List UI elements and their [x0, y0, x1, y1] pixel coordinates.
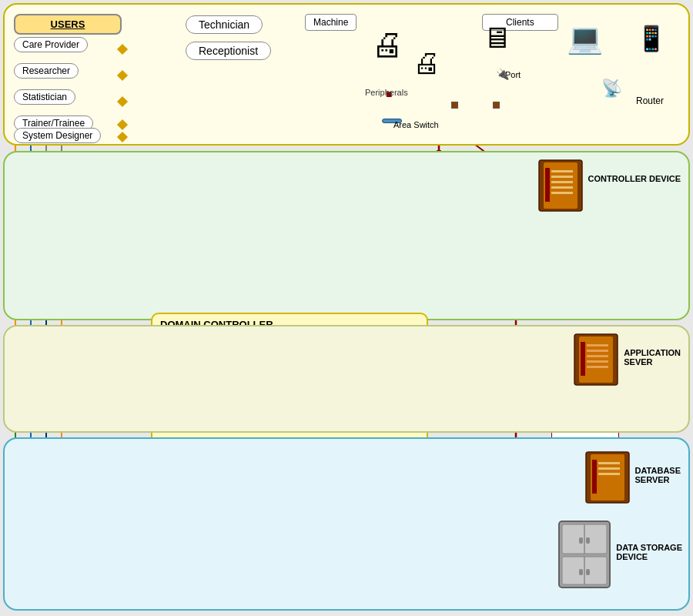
user-researcher: Researcher	[14, 63, 79, 79]
switch-connector2	[493, 102, 500, 109]
tablet-icon: 📱	[636, 24, 667, 53]
connector-trainer	[117, 119, 128, 130]
svg-rect-65	[587, 355, 608, 357]
svg-rect-64	[587, 350, 608, 352]
scanner-icon: 🖨	[371, 26, 403, 63]
app-server-icon	[573, 333, 619, 387]
users-box: USERS	[14, 14, 122, 35]
svg-rect-82	[586, 569, 590, 575]
data-storage-icon	[557, 520, 611, 589]
connector-care	[117, 44, 128, 55]
router-label: Router	[636, 95, 664, 106]
svg-rect-79	[579, 537, 583, 544]
svg-rect-58	[551, 186, 573, 189]
data-storage-label: DATA STORAGE DEVICE	[616, 543, 682, 561]
machine-box: Machine	[305, 14, 357, 31]
peripherals-label: Peripherals	[365, 88, 408, 97]
connector-statistician	[117, 96, 128, 107]
oval-receptionist: Receptionist	[186, 42, 271, 60]
data-storage-block: DATA STORAGE DEVICE	[557, 520, 682, 589]
svg-rect-70	[592, 460, 597, 494]
svg-rect-55	[551, 170, 573, 172]
users-section: USERS Care Provider Researcher Statistic…	[3, 3, 690, 146]
monitor-icon: 🖥	[482, 22, 511, 55]
svg-rect-54	[545, 168, 550, 202]
svg-rect-56	[551, 176, 573, 178]
laptop-icon: 💻	[567, 22, 603, 55]
domain-section: DOMAIN CONTROLLER DOMAINS Operations Ana…	[3, 151, 690, 320]
svg-rect-71	[598, 462, 620, 464]
db-server-label: DATABASE SERVER	[635, 466, 681, 484]
controller-device-block: CONTROLLER DEVICE	[537, 159, 681, 213]
svg-rect-62	[581, 342, 585, 376]
database-section: DATABASE Simulated Test Data Fabricated …	[3, 437, 690, 611]
svg-rect-67	[587, 366, 608, 368]
user-care-provider: Care Provider	[14, 37, 88, 52]
printer-icon: 🖨	[413, 47, 440, 79]
app-section: APPLICATION VERSIONS Test Version Operat…	[3, 325, 690, 433]
svg-rect-59	[551, 192, 573, 194]
router-icon: 📡	[601, 79, 622, 99]
controller-device-label: CONTROLLER DEVICE	[588, 174, 681, 183]
svg-rect-66	[587, 360, 608, 363]
db-server-block: DATABASE SERVER	[584, 450, 681, 504]
app-server-label: APPLICATION SEVER	[624, 348, 681, 367]
controller-device-icon	[537, 159, 584, 213]
connector-researcher	[117, 70, 128, 81]
svg-rect-72	[598, 467, 620, 470]
users-title: USERS	[20, 18, 116, 30]
oval-technician: Technician	[186, 15, 263, 34]
connector-sysdesign	[117, 132, 128, 142]
svg-rect-63	[587, 344, 608, 346]
user-statistician: Statistician	[14, 89, 75, 105]
svg-rect-81	[579, 569, 583, 575]
switch-connector1	[451, 102, 458, 109]
user-system-designer: System Designer	[14, 128, 101, 143]
area-switch-label: Area Switch	[393, 120, 439, 129]
port-connector: 🔌	[496, 68, 509, 80]
svg-rect-57	[551, 181, 573, 183]
svg-rect-73	[598, 473, 620, 475]
app-server-block: APPLICATION SEVER	[573, 333, 681, 387]
db-server-icon	[584, 450, 631, 504]
svg-rect-80	[586, 537, 590, 544]
